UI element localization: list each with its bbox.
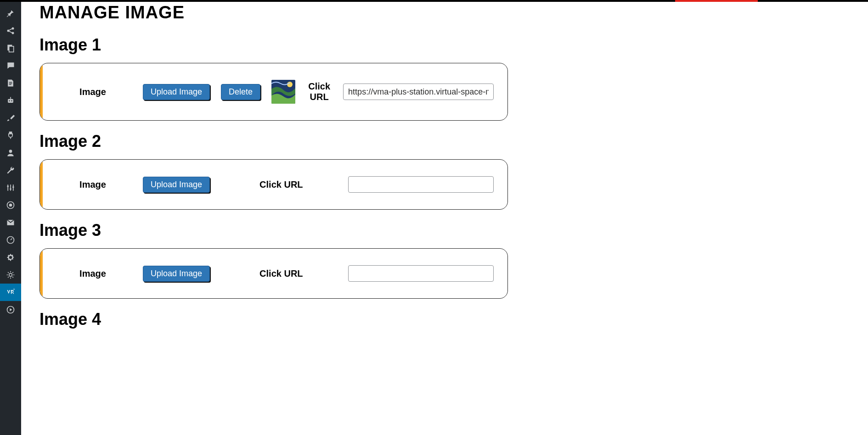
user-icon[interactable] [0,144,21,162]
play-icon[interactable] [0,301,21,318]
vr-icon[interactable]: + [0,284,21,301]
click-url-label: Click URL [306,81,332,102]
upload-image-button[interactable]: Upload Image [143,266,210,282]
admin-sidebar: + [0,0,21,435]
top-border [0,0,868,2]
svg-point-14 [9,204,12,207]
sliders-icon[interactable] [0,179,21,196]
section-title-4: Image 4 [39,310,508,329]
svg-rect-11 [10,189,11,190]
top-border-accent [675,0,758,2]
image-label: Image [54,179,132,190]
svg-rect-12 [12,187,14,188]
svg-rect-8 [10,97,11,99]
image-card-2: Image Upload Image Click URL [39,159,508,210]
page-title: MANAGE IMAGE [39,3,508,22]
image-thumbnail[interactable] [271,80,295,104]
dashboard-icon[interactable] [0,231,21,249]
image-label: Image [54,87,132,97]
svg-point-21 [287,82,293,87]
svg-point-7 [11,100,12,102]
svg-point-6 [9,100,10,102]
svg-point-17 [9,273,12,277]
share-icon[interactable] [0,22,21,39]
image-label: Image [54,268,132,279]
speech-icon[interactable] [0,57,21,74]
plug-icon[interactable] [0,127,21,144]
click-url-input[interactable] [343,84,494,100]
wrench-icon[interactable] [0,162,21,179]
svg-text:+: + [13,288,15,291]
section-title-3: Image 3 [39,221,508,240]
pin-icon[interactable] [0,5,21,22]
upload-image-button[interactable]: Upload Image [143,177,210,193]
click-url-label: Click URL [259,268,303,279]
svg-point-2 [12,32,14,34]
mail-icon[interactable] [0,214,21,231]
image-card-1: Image Upload Image Delete Click URL [39,63,508,121]
svg-point-1 [12,28,14,30]
brush-icon[interactable] [0,109,21,127]
svg-point-9 [9,150,12,153]
robot-icon[interactable] [0,92,21,109]
click-url-input[interactable] [348,176,494,193]
svg-rect-4 [9,46,14,52]
main-content: MANAGE IMAGE Image 1 Image Upload Image … [21,3,526,365]
upload-image-button[interactable]: Upload Image [143,84,210,100]
svg-rect-10 [7,186,9,187]
delete-button[interactable]: Delete [221,84,260,100]
svg-rect-5 [8,99,13,103]
gear-icon[interactable] [0,249,21,266]
click-url-input[interactable] [348,265,494,282]
click-url-label: Click URL [259,179,303,190]
pages-icon[interactable] [0,39,21,57]
section-title-2: Image 2 [39,132,508,151]
gear2-icon[interactable] [0,266,21,284]
image-card-3: Image Upload Image Click URL [39,248,508,299]
section-title-1: Image 1 [39,35,508,55]
target-icon[interactable] [0,196,21,214]
document-icon[interactable] [0,74,21,92]
svg-point-0 [7,30,10,32]
